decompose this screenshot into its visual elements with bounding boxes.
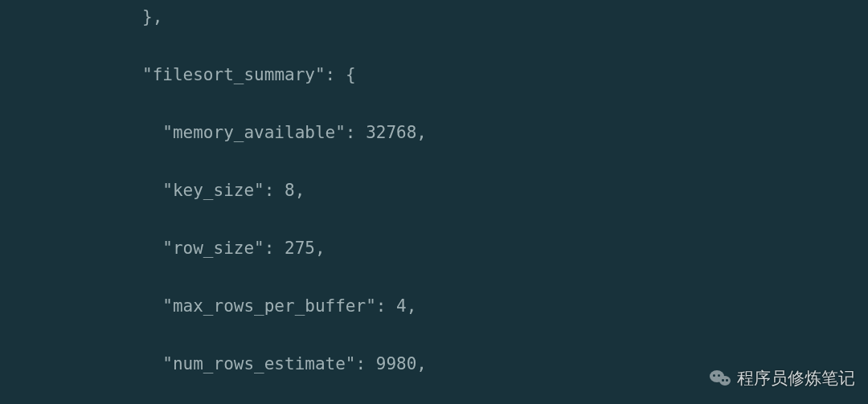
- code-line: "max_rows_per_buffer": 4,: [0, 292, 670, 320]
- watermark-text: 程序员修炼笔记: [737, 367, 855, 390]
- code-block: }, "filesort_summary": { "memory_availab…: [0, 2, 670, 404]
- code-line: "num_rows_estimate": 9980,: [0, 349, 670, 378]
- code-line: "row_size": 275,: [0, 234, 670, 263]
- code-line: },: [0, 2, 670, 31]
- wechat-icon: [710, 369, 732, 388]
- code-line: "filesort_summary": {: [0, 60, 670, 89]
- code-line: "memory_available": 32768,: [0, 118, 670, 147]
- code-line: "key_size": 8,: [0, 176, 670, 205]
- watermark: 程序员修炼笔记: [710, 367, 855, 390]
